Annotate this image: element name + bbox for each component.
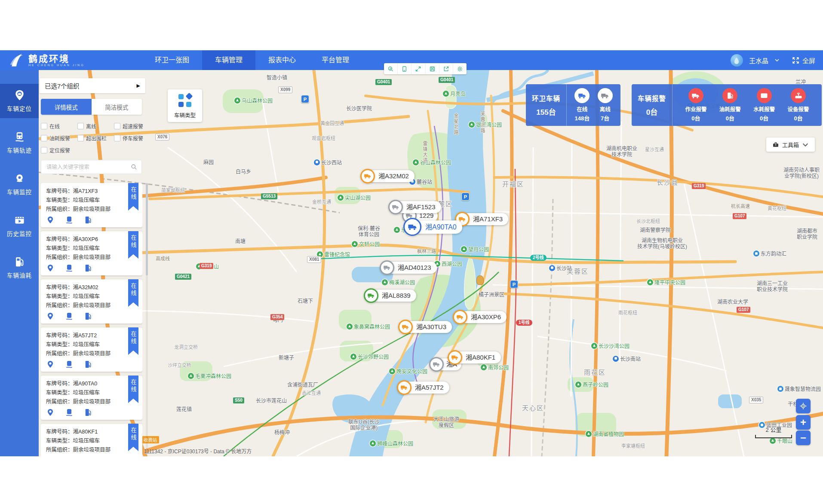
fuel-vehicle-icon[interactable] xyxy=(84,216,92,224)
track-vehicle-icon[interactable] xyxy=(65,216,74,224)
crane-logo-icon xyxy=(9,52,24,68)
vehicle-list-scrollbar[interactable] xyxy=(146,183,148,456)
avatar[interactable] xyxy=(731,54,743,67)
vehicle-card[interactable]: 车牌号码：湘A32M02 车辆类型：垃圾压缩车 所属组织：厨余垃圾项目部 在线 xyxy=(41,279,142,324)
search-input[interactable] xyxy=(46,164,131,171)
expand-icon[interactable] xyxy=(412,63,425,74)
parking-icon: P xyxy=(510,280,518,288)
map-canvas[interactable]: 智造小镇乌山森林公园长沙医学院黄金园互通月亮岛银星湾公园兰冲观音岩枢纽麻园白马乡… xyxy=(39,70,823,456)
sidebar-item-车辆油耗[interactable]: 车辆油耗 xyxy=(0,250,39,285)
vehicle-card[interactable]: 车牌号码：湘A30XP6 车辆类型：垃圾压缩车 所属组织：厨余垃圾项目部 在线 xyxy=(41,231,142,275)
vehicle-card[interactable]: 车牌号码：湘A71XF3 车辆类型：垃圾压缩车 所属组织：厨余垃圾项目部 在线 xyxy=(41,183,142,227)
fullscreen-button[interactable]: 全屏 xyxy=(792,56,815,65)
vehicle-marker-icon[interactable] xyxy=(398,320,413,334)
track-vehicle-icon[interactable] xyxy=(65,264,74,272)
map-place-label: 雷锋纪念馆 xyxy=(317,250,350,258)
filter-在线[interactable]: 在线 xyxy=(41,122,77,130)
fuel-vehicle-icon[interactable] xyxy=(84,264,92,272)
search-icon[interactable] xyxy=(131,164,137,170)
vehicle-marker-icon[interactable] xyxy=(360,169,375,183)
place-text: 莲花镇 xyxy=(176,405,192,412)
locate-vehicle-icon[interactable] xyxy=(46,216,55,224)
locate-vehicle-icon[interactable] xyxy=(46,408,55,417)
vehicle-plate-label: 湘A71XF3 xyxy=(473,215,503,223)
vehicle-marker-icon[interactable] xyxy=(448,350,462,365)
filter-超速报警[interactable]: 超速报警 xyxy=(114,122,150,130)
settings-icon[interactable] xyxy=(453,63,467,74)
vehicle-marker-icon[interactable] xyxy=(388,200,403,214)
checkbox-icon[interactable] xyxy=(41,123,47,129)
org-selector[interactable]: 已选7个组织 ▶ xyxy=(40,78,145,93)
stat-label: 作业报警 xyxy=(685,105,706,113)
user-name[interactable]: 王水晶 xyxy=(749,56,768,65)
sidebar-item-车辆定位[interactable]: 车辆定位 xyxy=(0,84,39,118)
chevron-down-icon[interactable] xyxy=(774,58,780,63)
vehicle-marker-icon[interactable] xyxy=(380,260,394,275)
track-vehicle-icon[interactable] xyxy=(65,312,74,321)
zoom-in-button[interactable]: + xyxy=(796,415,811,430)
filter-离线[interactable]: 离线 xyxy=(77,122,114,130)
vehicle-marker-icon[interactable] xyxy=(403,218,421,236)
road-badge: G0401 xyxy=(439,77,455,83)
nav-tab-环卫一张图[interactable]: 环卫一张图 xyxy=(142,50,202,70)
nav-tab-平台管理[interactable]: 平台管理 xyxy=(309,50,362,70)
filter-超出围栏[interactable]: 超出围栏 xyxy=(77,134,114,142)
fuel-vehicle-icon[interactable] xyxy=(84,360,92,369)
vehicle-marker-icon[interactable] xyxy=(429,357,444,372)
map-place-label: 南郊公园 xyxy=(481,363,509,371)
checkbox-icon[interactable] xyxy=(77,135,84,141)
vehicle-card[interactable]: 车牌号码：湘A57JT2 车辆类型：垃圾压缩车 所属组织：厨余垃圾项目部 在线 xyxy=(41,327,142,372)
track-vehicle-icon[interactable] xyxy=(65,360,74,369)
export-icon[interactable] xyxy=(439,63,453,74)
filter-油耗报警[interactable]: 油耗报警 xyxy=(41,134,77,142)
locate-vehicle-icon[interactable] xyxy=(46,360,55,369)
search-box[interactable] xyxy=(41,160,142,174)
toolbox-button[interactable]: 工具箱 xyxy=(766,137,815,152)
zoom-out-button[interactable]: − xyxy=(796,431,811,445)
place-text: 梅溪湖公园 xyxy=(389,278,415,286)
vehicle-card[interactable]: 车牌号码：湘A80KF1 车辆类型：垃圾压缩车 所属组织：厨余垃圾项目部 在线 xyxy=(41,424,142,456)
place-text: 麻园 xyxy=(203,158,214,165)
nav-label: 环卫一张图 xyxy=(155,56,189,64)
vehicle-marker-icon[interactable] xyxy=(364,288,378,303)
sidebar-item-车辆监控[interactable]: 车辆监控 xyxy=(0,167,39,202)
track-vehicle-icon[interactable] xyxy=(65,408,74,417)
vehicle-card[interactable]: 车牌号码：湘A90TA0 车辆类型：垃圾压缩车 所属组织：厨余垃圾项目部 在线 xyxy=(41,376,142,420)
fuel-vehicle-icon[interactable] xyxy=(84,408,92,417)
road-badge: G5513 xyxy=(261,193,277,199)
sidebar-item-车辆轨迹[interactable]: 车辆轨迹 xyxy=(0,125,39,160)
expand-right-icon[interactable]: ▶ xyxy=(137,83,140,89)
checkbox-icon[interactable] xyxy=(114,123,120,129)
mode-tab-详情模式[interactable]: 详情模式 xyxy=(41,99,92,115)
checkbox-icon[interactable] xyxy=(41,147,47,153)
locate-vehicle-icon[interactable] xyxy=(46,264,55,272)
map-place-label: 简家坳枢纽 xyxy=(161,186,185,193)
locate-vehicle-icon[interactable] xyxy=(46,312,55,321)
mode-tab-简洁模式[interactable]: 简洁模式 xyxy=(92,99,142,115)
filter-定位报警[interactable]: 定位报警 xyxy=(41,147,77,154)
locate-button[interactable] xyxy=(796,399,811,413)
region-search-icon[interactable] xyxy=(384,63,398,74)
checkbox-icon[interactable] xyxy=(77,123,84,129)
filter-group: 在线离线超速报警油耗报警超出围栏停车报警定位报警 xyxy=(41,122,150,159)
vehicle-marker-icon[interactable] xyxy=(397,380,412,395)
checkbox-icon[interactable] xyxy=(114,135,120,141)
place-text: 雷锋纪念馆 xyxy=(324,250,350,258)
vehicle-type-button[interactable]: 车辆类型 xyxy=(168,89,202,122)
checkbox-icon[interactable] xyxy=(41,135,47,141)
save-icon[interactable] xyxy=(426,63,439,74)
map-attribution: 1111342 - 京ICP证030173号 - Data © 长地万方 xyxy=(144,447,252,455)
filter-停车报警[interactable]: 停车报警 xyxy=(114,134,150,142)
sidebar-item-历史监控[interactable]: 历史监控 xyxy=(0,209,39,243)
nav-tab-报表中心[interactable]: 报表中心 xyxy=(255,50,309,70)
fuel-vehicle-icon[interactable] xyxy=(84,312,92,321)
place-text: 智造小镇 xyxy=(267,73,287,81)
scrollbar-thumb[interactable] xyxy=(146,183,148,275)
vehicle-marker-icon[interactable] xyxy=(453,310,467,324)
vehicle-plate-label: 湘A30XP6 xyxy=(471,313,501,321)
place-text: 雷锋大道 xyxy=(421,141,428,163)
place-text: 尖山湖公园 xyxy=(345,194,371,201)
device-icon[interactable] xyxy=(398,63,412,74)
nav-tab-车辆管理[interactable]: 车辆管理 xyxy=(202,50,255,70)
place-text: 长沙北枢纽 xyxy=(636,217,660,224)
